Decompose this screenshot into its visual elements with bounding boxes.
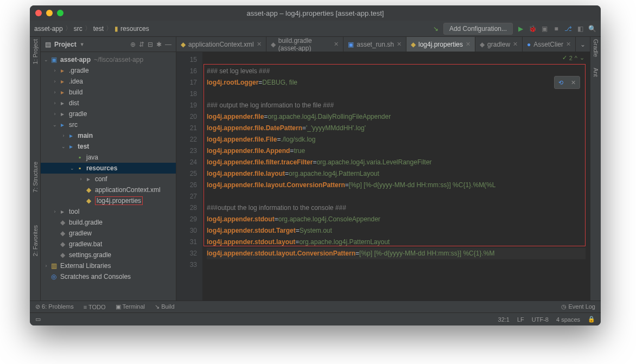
tree-row[interactable]: ▪java bbox=[41, 152, 176, 163]
tree-row[interactable]: ◆build.gradle bbox=[41, 217, 176, 228]
minimize-window-button[interactable] bbox=[46, 10, 53, 16]
editor-tab[interactable]: ◆build.gradle (asset-app)✕ bbox=[266, 37, 344, 52]
file-icon: ▸ bbox=[58, 67, 67, 74]
tab-overflow-button[interactable]: ⌄ bbox=[576, 37, 590, 52]
collapse-icon[interactable]: ⊟ bbox=[148, 41, 153, 48]
file-icon: ◆ bbox=[58, 251, 67, 259]
project-view-title[interactable]: Project bbox=[54, 41, 77, 48]
code-editor[interactable]: 15161718192021222324252627282930313233 ✓… bbox=[176, 52, 590, 301]
close-tab-icon[interactable]: ✕ bbox=[513, 41, 518, 48]
external-libraries[interactable]: › ▥ External Libraries bbox=[41, 260, 176, 271]
tree-row[interactable]: ›▸.idea bbox=[41, 76, 176, 87]
search-icon[interactable]: 🔍 bbox=[588, 24, 596, 33]
breadcrumb-item[interactable]: src bbox=[74, 25, 82, 33]
tool-window-problems[interactable]: ⊘ 6: Problems bbox=[35, 303, 74, 310]
expand-arrow-icon[interactable]: › bbox=[52, 90, 58, 95]
expand-arrow-icon[interactable]: ⌄ bbox=[52, 122, 58, 127]
tree-row[interactable]: ◆gradlew.bat bbox=[41, 239, 176, 250]
tree-item-label: resources bbox=[86, 164, 117, 172]
close-tab-icon[interactable]: ✕ bbox=[334, 41, 339, 48]
module-icon: ▣ bbox=[49, 56, 58, 63]
close-tab-icon[interactable]: ✕ bbox=[566, 41, 571, 48]
editor-tab[interactable]: ◆gradlew✕ bbox=[475, 37, 523, 52]
editor-tab[interactable]: ▣asset_run.sh✕ bbox=[344, 37, 406, 52]
expand-arrow-icon[interactable]: › bbox=[43, 263, 49, 269]
tree-row[interactable]: ◆gradlew bbox=[41, 228, 176, 239]
close-tab-icon[interactable]: ✕ bbox=[397, 41, 402, 48]
editor-tab[interactable]: ◆log4j.properties✕ bbox=[406, 37, 475, 52]
locate-icon[interactable]: ⊕ bbox=[130, 41, 136, 48]
tool-window-build[interactable]: ↘ Build bbox=[155, 303, 175, 310]
debug-icon[interactable]: 🐞 bbox=[528, 24, 537, 33]
editor-tab[interactable]: ●AssetClier✕ bbox=[523, 37, 576, 52]
tool-window-favorites[interactable]: 2: Favorites bbox=[32, 225, 39, 256]
breadcrumb-item[interactable]: test bbox=[93, 25, 104, 33]
indent-settings[interactable]: 4 spaces bbox=[556, 316, 580, 323]
lock-icon[interactable]: 🔒 bbox=[588, 316, 595, 323]
hide-icon[interactable]: — bbox=[165, 41, 171, 48]
stop-icon[interactable]: ■ bbox=[552, 24, 561, 33]
line-separator[interactable]: LF bbox=[517, 316, 524, 323]
tool-window-terminal[interactable]: ▣ Terminal bbox=[116, 303, 145, 310]
search-everywhere-icon[interactable]: ◧ bbox=[576, 24, 584, 33]
expand-arrow-icon[interactable]: › bbox=[78, 176, 84, 182]
tool-window-ant[interactable]: Ant bbox=[593, 68, 599, 77]
breadcrumb-item[interactable]: asset-app bbox=[34, 25, 63, 33]
expand-arrow-icon[interactable]: ⌄ bbox=[69, 165, 75, 171]
expand-arrow-icon[interactable]: › bbox=[52, 68, 58, 73]
navigation-bar: asset-app〉 src〉 test〉 ▮ resources ↘ Add … bbox=[30, 21, 601, 37]
tree-row[interactable]: ›▸.gradle bbox=[41, 65, 176, 76]
tool-window-project[interactable]: 1: Project bbox=[32, 39, 39, 64]
close-tab-icon[interactable]: ✕ bbox=[466, 41, 470, 48]
coverage-icon[interactable]: ▣ bbox=[540, 24, 549, 33]
event-log-button[interactable]: ◷ Event Log bbox=[561, 303, 595, 310]
expand-arrow-icon[interactable]: ⌄ bbox=[43, 57, 49, 62]
expand-arrow-icon[interactable]: › bbox=[52, 209, 58, 214]
hammer-build-icon[interactable]: ↘ bbox=[431, 24, 440, 33]
run-icon[interactable]: ▶ bbox=[516, 24, 525, 33]
dropdown-icon[interactable]: ▼ bbox=[80, 42, 85, 47]
scratches[interactable]: ◎ Scratches and Consoles bbox=[41, 271, 176, 282]
tree-row[interactable]: ›▸main bbox=[41, 130, 176, 141]
tree-row[interactable]: ›▸build bbox=[41, 87, 176, 98]
project-tree[interactable]: ⌄ ▣ asset-app ~/fisco/asset-app ›▸.gradl… bbox=[41, 52, 176, 301]
run-configuration-button[interactable]: Add Configuration... bbox=[443, 23, 513, 35]
tree-row[interactable]: ⌄▪resources bbox=[41, 163, 176, 174]
tree-item-label: applicationContext.xml bbox=[95, 186, 161, 194]
tree-row[interactable]: ◆applicationContext.xml bbox=[41, 184, 176, 195]
tree-row[interactable]: ◆log4j.properties bbox=[41, 195, 176, 206]
breadcrumb[interactable]: asset-app〉 src〉 test〉 ▮ resources bbox=[34, 24, 149, 33]
tree-item-label: gradlew bbox=[69, 229, 92, 237]
tree-row[interactable]: ⌄▸test bbox=[41, 141, 176, 152]
tool-window-structure[interactable]: 7: Structure bbox=[32, 162, 39, 193]
tree-row[interactable]: ⌄▸src bbox=[41, 119, 176, 130]
file-encoding[interactable]: UTF-8 bbox=[532, 316, 549, 323]
expand-arrow-icon[interactable]: ⌄ bbox=[60, 144, 67, 149]
tree-row[interactable]: ›▸dist bbox=[41, 98, 176, 108]
close-window-button[interactable] bbox=[35, 10, 42, 16]
expand-arrow-icon[interactable]: › bbox=[52, 79, 58, 84]
project-view-icon: ▤ bbox=[45, 41, 51, 48]
tool-window-gradle[interactable]: Gradle bbox=[593, 39, 599, 57]
zoom-window-button[interactable] bbox=[57, 10, 63, 16]
expand-arrow-icon[interactable]: › bbox=[60, 133, 67, 138]
tree-row[interactable]: ›▸gradle bbox=[41, 108, 176, 119]
tree-row[interactable]: ◆settings.gradle bbox=[41, 250, 176, 260]
tree-row[interactable]: ›▸conf bbox=[41, 174, 176, 184]
tab-label: applicationContext.xml bbox=[188, 41, 254, 48]
tree-row[interactable]: ›▸tool bbox=[41, 206, 176, 217]
breadcrumb-item[interactable]: resources bbox=[120, 25, 149, 33]
status-messages[interactable]: ▭ bbox=[35, 316, 41, 323]
close-tab-icon[interactable]: ✕ bbox=[257, 41, 262, 48]
expand-arrow-icon[interactable]: › bbox=[52, 111, 58, 117]
tool-window-todo[interactable]: ≡ TODO bbox=[84, 304, 106, 310]
gear-icon[interactable]: ✱ bbox=[156, 41, 162, 48]
ide-window: asset-app – log4j.properties [asset-app.… bbox=[30, 5, 601, 325]
git-icon[interactable]: ⎇ bbox=[564, 24, 573, 33]
caret-position[interactable]: 32:1 bbox=[498, 316, 510, 323]
code-content[interactable]: ### set log levels ### log4j.rootLogger=… bbox=[202, 52, 590, 273]
editor-tab[interactable]: ◆applicationContext.xml✕ bbox=[176, 37, 266, 52]
tree-root[interactable]: ⌄ ▣ asset-app ~/fisco/asset-app bbox=[41, 54, 176, 65]
expand-icon[interactable]: ⇵ bbox=[139, 41, 144, 48]
expand-arrow-icon[interactable]: › bbox=[52, 100, 58, 106]
